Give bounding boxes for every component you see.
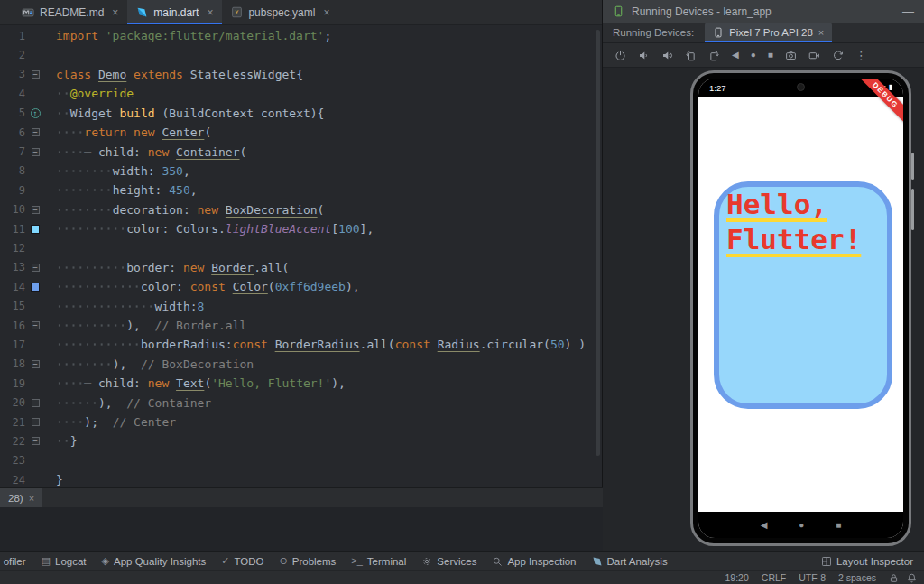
gutter-marker: −: [25, 437, 45, 445]
code-text: }: [45, 473, 63, 487]
gutter-marker: −: [25, 399, 45, 407]
minimize-icon[interactable]: —: [902, 5, 914, 18]
code-line: 14 color: const Color(0xff6d9eeb),: [0, 277, 602, 296]
partial-tab[interactable]: 28) ×: [0, 488, 42, 507]
toolbar-item-problems[interactable]: ⊙Problems: [280, 556, 337, 567]
code-line: 13− border: new Border.all(: [0, 258, 602, 277]
fold-start-icon[interactable]: −: [32, 70, 40, 79]
layout-inspector-icon: [821, 556, 832, 567]
back-icon[interactable]: ◀: [732, 51, 739, 60]
fold-end-icon[interactable]: −: [32, 360, 40, 368]
color-swatch[interactable]: [31, 283, 40, 292]
fold-start-icon[interactable]: −: [32, 264, 40, 272]
volume-up-icon[interactable]: [661, 50, 673, 61]
nav-overview-icon[interactable]: ■: [836, 521, 841, 530]
fold-start-icon[interactable]: −: [32, 148, 40, 156]
code-line: 1import 'package:flutter/material.dart';: [0, 26, 602, 45]
fold-end-icon[interactable]: −: [32, 437, 40, 445]
fold-start-icon[interactable]: −: [32, 206, 40, 214]
code-lines: 1import 'package:flutter/material.dart';…: [0, 26, 602, 487]
toolbar-item-label: Dart Analysis: [607, 556, 668, 567]
nav-home-icon[interactable]: ●: [799, 521, 804, 530]
code-line: 9 height: 450,: [0, 181, 602, 199]
terminal-icon: >_: [351, 556, 363, 566]
notifications-icon[interactable]: [907, 573, 917, 583]
code-line: 21− ); // Center: [0, 413, 602, 431]
fold-end-icon[interactable]: −: [32, 321, 40, 329]
code-line: 12: [0, 238, 602, 257]
toolbar-item-layout-inspector[interactable]: Layout Inspector: [821, 556, 913, 567]
close-icon[interactable]: ×: [112, 7, 118, 18]
fold-end-icon[interactable]: −: [32, 418, 40, 426]
scrollbar-thumb[interactable]: [596, 30, 600, 456]
gutter-marker: −: [25, 148, 45, 156]
overview-icon[interactable]: ■: [768, 51, 773, 60]
gutter-marker: −: [25, 418, 45, 426]
power-icon[interactable]: [614, 50, 626, 61]
line-ending-indicator[interactable]: CRLF: [762, 572, 786, 583]
volume-down-icon[interactable]: [638, 50, 650, 61]
override-icon[interactable]: ↑: [31, 108, 41, 118]
code-line: 5↑ Widget build (BuildContext context){: [0, 104, 602, 123]
toolbar-item-app-inspection[interactable]: App Inspection: [492, 556, 576, 567]
hello-text-line1: Hello,: [726, 187, 887, 222]
gutter-marker: [25, 225, 45, 234]
line-number: 6: [0, 126, 25, 139]
code-text: ─ child: new Container(: [45, 145, 246, 159]
line-number: 20: [0, 396, 25, 409]
running-devices-panel: Running Devices - learn_app — Running De…: [603, 0, 924, 551]
gutter-marker: −: [25, 264, 45, 272]
tab-README.md[interactable]: README.md×: [13, 0, 127, 24]
toolbar-item-label: Terminal: [367, 556, 406, 567]
fold-end-icon[interactable]: −: [32, 399, 40, 407]
toolbar-item-app-quality-insights[interactable]: ◈App Quality Insights: [102, 556, 207, 567]
home-icon[interactable]: ●: [751, 51, 756, 60]
editor-scrollbar[interactable]: [594, 26, 602, 487]
toolbar-item-logcat[interactable]: ▤Logcat: [42, 556, 87, 567]
phone-navbar: ◀●■: [698, 512, 903, 538]
fold-start-icon[interactable]: −: [32, 128, 40, 136]
toolbar-item-todo[interactable]: ✓TODO: [221, 556, 263, 567]
device-tab-pixel7pro[interactable]: Pixel 7 Pro API 28 ×: [705, 23, 832, 42]
toolbar-item-services[interactable]: Services: [421, 556, 476, 567]
line-number: 4: [0, 88, 25, 100]
code-editor[interactable]: 1import 'package:flutter/material.dart';…: [0, 26, 602, 487]
code-line: 8 width: 350,: [0, 162, 602, 181]
indent-indicator[interactable]: 2 spaces: [838, 572, 876, 583]
code-text: decoration: new BoxDecoration(: [45, 203, 324, 217]
close-icon[interactable]: ×: [818, 27, 824, 38]
phone-icon: [713, 27, 724, 38]
toolbar-item-dart-analysis[interactable]: Dart Analysis: [592, 556, 668, 567]
record-icon[interactable]: [808, 50, 820, 61]
rotate-left-icon[interactable]: [685, 50, 697, 61]
lock-icon[interactable]: [889, 573, 899, 583]
code-line: 20− ), // Container: [0, 393, 602, 412]
phone-screen[interactable]: 1:27 ▾▮ DEBUG Hello, Flutter! ◀●■: [698, 79, 903, 538]
encoding-indicator[interactable]: UTF-8: [799, 572, 826, 583]
more-icon[interactable]: ⋮: [855, 50, 867, 61]
screenshot-icon[interactable]: [785, 50, 797, 61]
nav-back-icon[interactable]: ◀: [761, 521, 768, 530]
line-number: 11: [0, 223, 25, 236]
color-swatch[interactable]: [31, 225, 40, 234]
tab-main.dart[interactable]: main.dart×: [127, 0, 222, 24]
phone-power-button: [911, 189, 914, 230]
close-icon[interactable]: ×: [207, 7, 213, 18]
toolbar-item-terminal[interactable]: >_Terminal: [351, 556, 406, 567]
problems-icon: ⊙: [280, 556, 288, 566]
code-text: borderRadius:const BorderRadius.all(cons…: [45, 338, 586, 351]
line-number: 15: [0, 300, 25, 312]
line-number: 21: [0, 416, 25, 429]
snapshots-icon[interactable]: [832, 50, 844, 61]
line-number: 8: [0, 164, 25, 177]
caret-position[interactable]: 19:20: [725, 572, 749, 583]
rotate-right-icon[interactable]: [708, 50, 720, 61]
code-line: 18− ), // BoxDecoration: [0, 355, 602, 374]
code-line: 22− }: [0, 431, 602, 450]
toolbar-item-label: Problems: [292, 556, 337, 567]
close-icon[interactable]: ×: [29, 493, 34, 504]
toolbar-item-ofiler[interactable]: ◔ofiler: [0, 556, 26, 567]
close-icon[interactable]: ×: [323, 7, 329, 18]
tab-pubspec.yaml[interactable]: Ypubspec.yaml×: [222, 0, 338, 24]
toolbar-item-label: Layout Inspector: [836, 556, 913, 567]
